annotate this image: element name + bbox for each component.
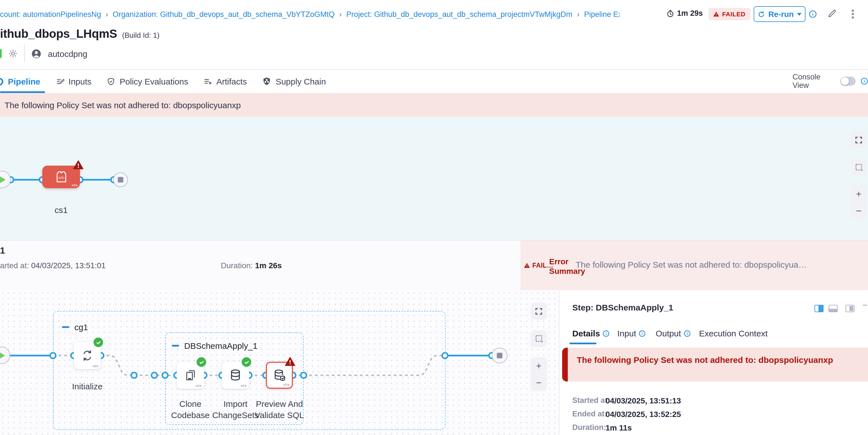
marquee-select-button[interactable]: [531, 330, 547, 347]
pipeline-execution-page: count: automationPipelinesNg › Organizat…: [0, 0, 868, 435]
duration-label: Duration:: [572, 423, 606, 432]
vertical-divider: [24, 44, 25, 63]
success-badge-icon: [242, 357, 251, 367]
panel-tab-execution-context[interactable]: Execution Context: [699, 329, 768, 338]
minimize-panel-button[interactable]: −: [862, 300, 868, 310]
stage-graph-canvas[interactable]: </> </> cs1 + −: [0, 117, 868, 241]
tab-artifacts[interactable]: Artifacts: [203, 76, 247, 86]
fullscreen-icon: [534, 307, 543, 315]
play-icon: [0, 352, 5, 359]
zoom-out-button[interactable]: −: [856, 206, 862, 216]
database-icon: [229, 369, 242, 382]
policy-violation-banner: The following Policy Set was not adhered…: [0, 93, 868, 117]
chevron-right-icon: ›: [576, 10, 580, 18]
started-at-value: 04/03/2025, 13:51:13: [606, 396, 775, 405]
pipeline-end-node: [113, 173, 128, 187]
zoom-in-button[interactable]: +: [536, 361, 541, 371]
title-row: ithub_dbops_LHqmS(Build Id: 1): [0, 27, 160, 40]
shield-check-icon: [107, 77, 116, 86]
panel-tab-output-label: Output: [656, 329, 681, 338]
stopwatch-icon: [666, 9, 674, 17]
tab-inputs[interactable]: Inputs: [56, 76, 92, 86]
console-view-label: Console View: [793, 73, 835, 90]
tab-policy-evaluations-label: Policy Evaluations: [120, 76, 188, 86]
error-badge-icon: [285, 357, 295, 366]
panel-tab-input-label: Input: [617, 329, 636, 338]
step-node-clone-codebase[interactable]: </>: [177, 362, 204, 389]
execution-graph-canvas[interactable]: cg1 DBSchemaApply_1: [0, 290, 559, 435]
stage-name: 1: [0, 246, 5, 256]
step-error-alert: The following Policy Set was not adhered…: [562, 348, 868, 381]
step-node-initialize[interactable]: </>: [74, 342, 101, 369]
code-chip-icon: </>: [283, 382, 289, 386]
success-badge-icon: [196, 357, 206, 367]
error-badge-icon: [73, 160, 83, 169]
build-id: (Build Id: 1): [122, 31, 160, 39]
info-icon: [603, 330, 610, 337]
started-value: 04/03/2025, 13:51:01: [31, 261, 106, 270]
console-view-toggle[interactable]: [840, 76, 856, 86]
error-summary-message: The following Policy Set was not adhered…: [576, 260, 868, 269]
step-label-initialize: Initialize: [60, 381, 115, 392]
fullscreen-button[interactable]: [850, 131, 867, 148]
info-icon[interactable]: [861, 77, 868, 85]
panel-tab-details[interactable]: Details: [572, 329, 610, 338]
tab-supply-chain-label: Supply Chain: [276, 76, 326, 86]
breadcrumb: count: automationPipelinesNg › Organizat…: [0, 9, 620, 19]
duration-value: 1m 26s: [255, 261, 282, 270]
error-summary-label: Error Summary: [549, 257, 579, 276]
success-badge-icon: [93, 338, 103, 347]
duration-label: Duration:: [221, 261, 253, 270]
panel-tab-details-label: Details: [572, 329, 600, 338]
zoom-out-button[interactable]: −: [536, 378, 541, 387]
tab-supply-chain[interactable]: Supply Chain: [262, 76, 326, 86]
field-ended-at: Ended at: 04/03/2025, 13:52:25: [572, 410, 607, 418]
panel-tab-execution-context-label: Execution Context: [699, 329, 768, 338]
step-node-import-changesets[interactable]: </>: [222, 362, 249, 389]
step-node-preview-validate-sql[interactable]: </>: [266, 362, 293, 389]
ended-at-value: 04/03/2025, 13:52:25: [606, 410, 775, 419]
custom-stage-icon: </>: [54, 169, 69, 184]
tab-pipeline[interactable]: Pipeline: [0, 76, 40, 86]
gear-icon[interactable]: [8, 49, 18, 59]
zoom-controls: + −: [850, 185, 867, 219]
caret-down-icon: [797, 13, 802, 15]
layout-minimized-view-icon[interactable]: [845, 305, 855, 312]
layout-right-view-icon[interactable]: [814, 305, 824, 312]
step-details-panel: Step: DBSchemaApply_1 − Details Input Ou…: [559, 290, 868, 435]
panel-tab-output[interactable]: Output: [656, 329, 690, 338]
clone-codebase-icon: [184, 369, 197, 382]
artifacts-list-icon: [203, 77, 212, 86]
breadcrumb-organization[interactable]: Organization: Github_db_devops_aut_db_sc…: [113, 10, 335, 18]
more-options-menu-icon[interactable]: [850, 8, 855, 20]
tab-artifacts-label: Artifacts: [216, 76, 247, 86]
breadcrumb-account[interactable]: count: automationPipelinesNg: [0, 10, 101, 18]
step-panel-title: Step: DBSchemaApply_1: [572, 303, 673, 312]
initialize-sync-icon: [81, 349, 94, 362]
trigger-user: autocdpng: [48, 49, 87, 58]
stage-error-zone: FAIL… Error Summary The following Policy…: [521, 241, 868, 290]
user-avatar-icon: [31, 48, 42, 59]
zoom-in-button[interactable]: +: [856, 189, 862, 198]
tab-policy-evaluations[interactable]: Policy Evaluations: [107, 76, 188, 86]
play-icon: [0, 176, 6, 183]
stage-node-cs1[interactable]: </> </>: [42, 166, 80, 188]
info-icon[interactable]: [809, 10, 817, 18]
edit-pencil-icon[interactable]: [827, 8, 837, 19]
breadcrumb-pipeline-executions[interactable]: Pipeline Executions: [584, 10, 620, 18]
meta-row: autocdpng: [0, 47, 87, 60]
breadcrumb-project[interactable]: Project: Github_db_devops_aut_db_schema_…: [346, 10, 572, 18]
rerun-button[interactable]: Re-run: [754, 6, 805, 22]
layout-bottom-view-icon[interactable]: [829, 305, 838, 312]
step-error-alert-text: The following Policy Set was not adhered…: [568, 348, 868, 365]
supply-chain-shield-icon: [262, 76, 272, 86]
code-chip-icon: </>: [241, 384, 247, 388]
zoom-controls: + −: [531, 357, 547, 391]
fullscreen-button[interactable]: [531, 303, 547, 319]
marquee-selection-icon: [534, 334, 543, 343]
marquee-select-button[interactable]: [850, 159, 867, 176]
step-label-preview-validate-sql: Preview And Validate SQL: [252, 398, 307, 421]
tab-pipeline-label: Pipeline: [8, 76, 40, 86]
panel-tab-input[interactable]: Input: [617, 329, 646, 338]
chevron-right-icon: ›: [105, 10, 109, 18]
